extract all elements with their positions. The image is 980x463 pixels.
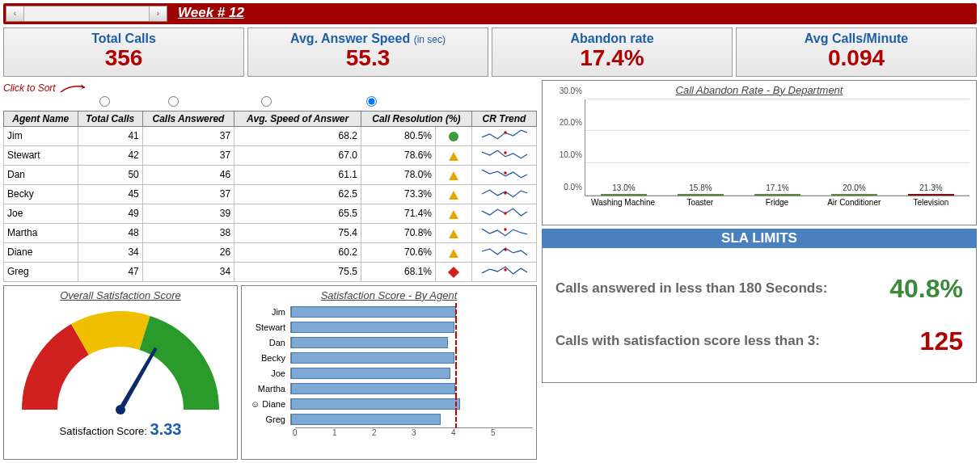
bar [678,194,724,196]
cell-calls: 45 [78,184,142,204]
cell-speed: 62.5 [234,184,361,204]
cell-resolution: 80.5% [361,126,435,145]
cell-calls: 50 [78,165,142,184]
th-calls[interactable]: Total Calls [78,111,142,126]
agent-label: Joe [245,368,290,378]
cell-calls: 42 [78,145,142,165]
cell-calls: 41 [78,126,142,145]
cell-answered: 38 [142,223,234,242]
kpi-total-calls: Total Calls 356 [3,27,244,77]
bar-column: 20.0% [816,183,893,196]
cell-resolution: 78.0% [361,165,435,184]
agent-label: Martha [245,384,290,394]
cell-status-icon [436,242,472,262]
cell-resolution: 70.8% [361,223,435,242]
agent-score-row: Stewart [245,320,533,335]
kpi-value: 0.094 [737,46,976,71]
sla-value: 125 [920,326,963,356]
next-week-button[interactable]: › [149,6,167,21]
bar-category-label: Air Conditioner [816,196,893,207]
abandon-rate-panel: Call Abandon Rate - By Department 0.0%10… [542,80,977,225]
svg-point-9 [116,405,125,415]
kpi-title: Avg. Answer Speed (in sec) [248,32,488,46]
status-yellow-icon [449,210,458,219]
bar-track [290,306,533,318]
sort-answered-radio[interactable] [168,96,179,107]
cell-name: Dan [4,165,78,184]
th-resolution[interactable]: Call Resolution (%) [361,111,471,126]
arrow-icon [59,82,91,94]
sort-total-calls-radio[interactable] [99,96,110,107]
cell-resolution: 78.6% [361,145,435,165]
svg-point-7 [504,268,506,271]
bar [754,194,800,196]
cell-trend [472,165,537,184]
th-name[interactable]: Agent Name [4,111,78,126]
cell-trend [472,126,537,145]
cell-answered: 46 [142,165,234,184]
bar-fill [291,306,456,318]
status-red-icon [448,267,459,278]
sort-speed-radio[interactable] [261,96,272,107]
cell-name: Jim [4,126,78,145]
cell-name: Martha [4,223,78,242]
panel-title: Satisfaction Score - By Agent [245,289,533,301]
sla-text: Calls with satisfaction score less than … [555,333,920,349]
cell-speed: 75.4 [234,223,361,242]
cell-calls: 49 [78,204,142,223]
agent-score-row: ☺ Diane [245,397,533,412]
kpi-abandon-rate: Abandon rate 17.4% [492,27,733,77]
th-speed[interactable]: Avg. Speed of Answer [234,111,361,126]
kpi-avg-speed: Avg. Answer Speed (in sec) 55.3 [247,27,488,77]
table-row: Stewart423767.078.6% [4,145,537,165]
target-line [455,410,457,428]
svg-point-4 [504,212,506,214]
sort-resolution-radio[interactable] [366,96,377,107]
status-green-icon [449,132,458,141]
svg-point-1 [504,151,506,154]
agent-label: Dan [245,338,290,347]
sla-header: SLA LIMITS [542,229,977,248]
cell-answered: 26 [142,242,234,262]
agent-label: Stewart [245,322,290,332]
cell-status-icon [436,262,472,281]
status-yellow-icon [449,152,458,161]
bar-value-label: 17.1% [766,183,788,192]
agent-score-row: Joe [245,366,533,381]
satisfaction-score-line: Satisfaction Score: 3.33 [7,420,234,439]
bar-value-label: 15.8% [689,183,712,192]
cell-name: Stewart [4,145,78,165]
bar [601,194,647,196]
cell-trend [472,204,537,223]
cell-trend [472,223,537,242]
bar-track [290,383,533,394]
cell-name: Joe [4,204,78,223]
cell-speed: 61.1 [234,165,361,184]
cell-status-icon [436,126,472,145]
cell-name: Greg [4,262,78,281]
sparkline-icon [480,205,529,220]
agent-score-row: Dan [245,335,533,351]
bar-track [290,414,533,425]
agent-label: Greg [245,415,290,424]
th-answered[interactable]: Calls Answered [142,111,234,126]
cell-resolution: 70.6% [361,242,435,262]
cell-speed: 68.2 [234,126,361,145]
bar-track [290,352,533,364]
table-row: Greg473475.568.1% [4,262,537,281]
prev-week-button[interactable]: ‹ [6,6,24,21]
bar-column: 13.0% [585,183,662,196]
week-spinner[interactable]: ‹ › [6,6,167,22]
kpi-calls-minute: Avg Calls/Minute 0.094 [736,27,977,77]
cell-resolution: 73.3% [361,184,435,204]
sort-radio-row [3,96,537,111]
sparkline-icon [480,244,529,259]
cell-name: Diane [4,242,78,262]
th-trend[interactable]: CR Trend [472,111,537,126]
cell-calls: 47 [78,262,142,281]
cell-trend [472,242,537,262]
kpi-title: Abandon rate [492,32,732,46]
bar-category-label: Fridge [738,196,815,207]
kpi-row: Total Calls 356 Avg. Answer Speed (in se… [3,27,977,77]
cell-status-icon [436,223,472,242]
